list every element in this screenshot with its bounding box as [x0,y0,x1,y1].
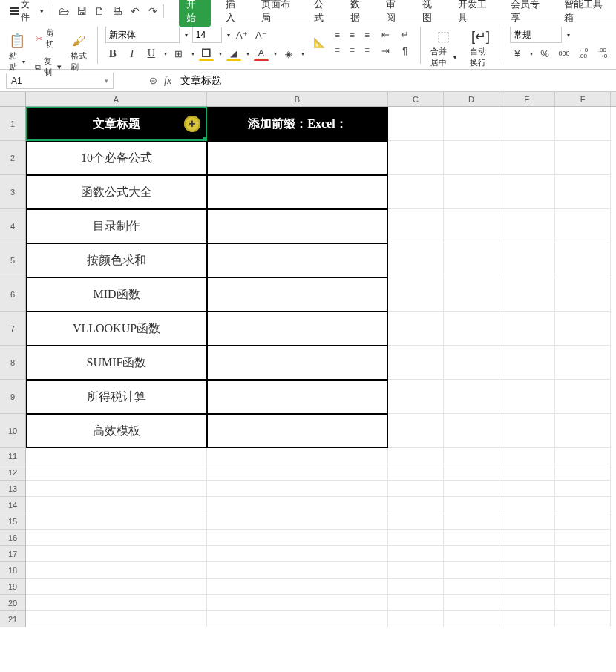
cell[interactable] [444,562,499,579]
row-header[interactable]: 12 [0,464,25,481]
font-color-button[interactable]: A [254,46,269,61]
cell[interactable] [207,209,388,243]
row-header[interactable]: 15 [0,513,25,530]
cell[interactable] [499,464,555,481]
cut-button[interactable]: ✂剪切 [33,27,63,50]
cell[interactable]: 10个必备公式 [26,141,207,175]
cell[interactable] [499,175,555,209]
align-left-icon[interactable]: ≡ [331,43,344,56]
cell[interactable] [555,595,611,611]
cell[interactable] [499,312,555,346]
cell[interactable] [207,562,388,579]
col-header-D[interactable]: D [444,92,499,106]
decrease-indent-icon[interactable]: ⇤ [379,27,393,42]
cell[interactable] [388,611,444,627]
cell[interactable] [388,209,444,243]
cell[interactable] [444,141,499,175]
merge-center-button[interactable]: ⬚ 合并居中▾ [427,27,459,70]
cell[interactable] [555,611,611,627]
cell[interactable] [388,243,444,277]
cell[interactable] [499,595,555,611]
chevron-down-icon[interactable]: ▾ [530,50,533,57]
cell[interactable] [499,513,555,530]
cell[interactable] [499,107,555,141]
cell[interactable] [388,107,444,141]
cell[interactable]: 文章标题+ [26,107,207,141]
row-header[interactable]: 21 [0,611,25,627]
tab-insert[interactable]: 插入 [221,0,247,27]
cell[interactable] [388,497,444,513]
cell[interactable] [444,497,499,513]
align-bottom-icon[interactable]: ≡ [361,28,374,42]
decrease-font-icon[interactable]: A⁻ [254,27,269,42]
file-menu[interactable]: 文件 ▾ [6,0,48,25]
row-header[interactable]: 18 [0,562,25,579]
cell[interactable] [388,346,444,380]
tab-start[interactable]: 开始 [179,0,211,27]
cell[interactable] [444,312,499,346]
cell[interactable] [555,497,611,513]
cell[interactable] [555,513,611,530]
tab-smart-toolbox[interactable]: 智能工具箱 [560,0,610,27]
cell[interactable] [388,414,444,448]
cell[interactable] [207,546,388,562]
cell[interactable] [555,579,611,595]
cell[interactable] [444,277,499,312]
chevron-down-icon[interactable]: ▾ [185,32,188,39]
thousands-button[interactable]: 000 [557,46,571,61]
cell[interactable] [388,595,444,611]
cell[interactable] [207,414,388,448]
cell[interactable] [444,346,499,380]
row-header[interactable]: 14 [0,497,25,513]
tab-formula[interactable]: 公式 [309,0,335,27]
cell[interactable] [207,497,388,513]
tab-view[interactable]: 视图 [418,0,444,27]
cell[interactable] [207,141,388,175]
increase-indent-icon[interactable]: ⇥ [379,43,393,58]
border-button[interactable]: ⊞ [171,46,186,61]
cells[interactable]: 文章标题+添加前缀：Excel：10个必备公式函数公式大全目录制作按颜色求和MI… [26,107,616,627]
row-header[interactable]: 3 [0,175,25,209]
cell[interactable] [499,562,555,579]
cell[interactable] [388,380,444,414]
cell[interactable] [207,243,388,277]
cell[interactable] [207,277,388,312]
cell[interactable] [207,312,388,346]
cell[interactable] [555,209,611,243]
cell[interactable] [444,243,499,277]
cell[interactable] [26,497,207,513]
row-header[interactable]: 2 [0,141,25,175]
cell[interactable] [207,513,388,530]
cell[interactable] [555,107,611,141]
row-header[interactable]: 9 [0,380,25,414]
row-header[interactable]: 13 [0,481,25,497]
increase-font-icon[interactable]: A⁺ [235,27,249,42]
row-header[interactable]: 7 [0,312,25,346]
cell[interactable] [26,611,207,627]
cell[interactable] [388,175,444,209]
percent-button[interactable]: % [537,46,552,61]
cell[interactable] [444,209,499,243]
cell[interactable] [388,312,444,346]
redo-icon[interactable]: ↷ [147,5,159,17]
cell[interactable] [26,546,207,562]
print-preview-icon[interactable]: 🖶 [111,5,123,17]
cell[interactable] [26,562,207,579]
cell[interactable] [499,530,555,546]
cell[interactable] [207,448,388,464]
print-icon[interactable]: 🗋 [94,5,105,17]
cell[interactable] [444,579,499,595]
row-header[interactable]: 17 [0,546,25,562]
cell[interactable] [444,481,499,497]
cell[interactable] [26,595,207,611]
chevron-down-icon[interactable]: ▾ [301,50,304,57]
row-header[interactable]: 6 [0,277,25,312]
cell[interactable] [444,464,499,481]
underline-button[interactable]: U [144,46,159,61]
row-header[interactable]: 8 [0,346,25,380]
align-center-icon[interactable]: ≡ [346,43,359,56]
cell[interactable] [555,546,611,562]
cell[interactable] [207,464,388,481]
cell[interactable] [26,530,207,546]
cell[interactable] [555,380,611,414]
